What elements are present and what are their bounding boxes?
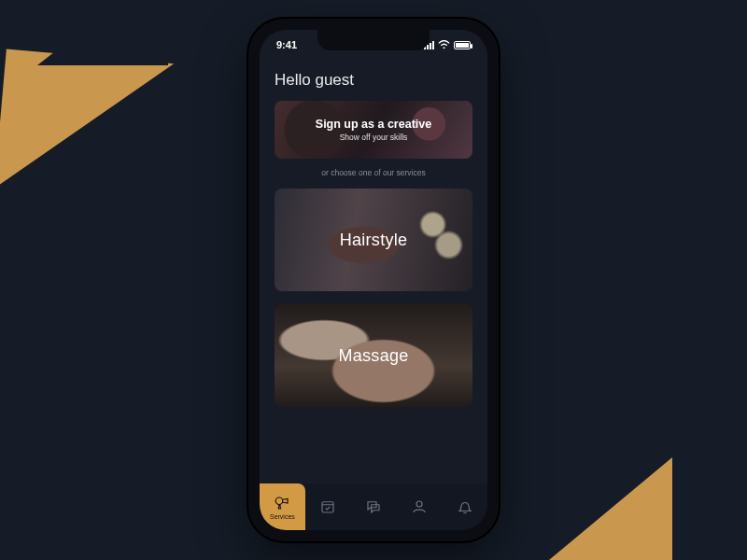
battery-icon — [454, 41, 471, 49]
status-indicators — [424, 40, 471, 49]
deco-triangle — [504, 457, 672, 560]
wifi-icon — [438, 40, 450, 49]
nav-label: Services — [270, 513, 295, 520]
service-card-massage[interactable]: Massage — [275, 304, 472, 407]
user-icon — [411, 498, 428, 515]
service-card-hairstyle[interactable]: Hairstyle — [275, 189, 472, 291]
greeting-text: Hello guest — [275, 71, 472, 90]
svg-rect-2 — [322, 502, 333, 512]
screen: 9:41 Hello guest Sign up as a creative S… — [260, 30, 487, 530]
nav-profile[interactable] — [396, 483, 442, 530]
phone-frame: 9:41 Hello guest Sign up as a creative S… — [248, 19, 499, 541]
chat-icon — [365, 498, 382, 515]
nav-chat[interactable] — [351, 483, 397, 530]
deco-triangle — [0, 49, 174, 203]
svg-point-1 — [276, 497, 284, 505]
nav-services[interactable]: Services — [260, 483, 305, 530]
bell-icon — [457, 498, 473, 515]
divider-text: or choose one of our services — [275, 168, 472, 177]
bottom-nav: Services — [260, 483, 487, 530]
nav-calendar[interactable] — [305, 483, 351, 530]
service-label: Massage — [338, 346, 408, 366]
signup-subtitle: Show off your skills — [316, 133, 431, 142]
svg-point-3 — [416, 501, 422, 507]
svg-point-0 — [444, 47, 445, 49]
deco-triangle — [37, 0, 168, 65]
signup-title: Sign up as a creative — [316, 118, 431, 131]
hairdryer-icon — [274, 495, 290, 511]
content-area: Hello guest Sign up as a creative Show o… — [260, 60, 487, 483]
status-time: 9:41 — [276, 39, 297, 50]
service-label: Hairstyle — [340, 231, 408, 250]
nav-notifications[interactable] — [442, 483, 487, 530]
signup-card[interactable]: Sign up as a creative Show off your skil… — [275, 101, 472, 159]
notch — [317, 30, 430, 50]
calendar-icon — [319, 498, 336, 515]
